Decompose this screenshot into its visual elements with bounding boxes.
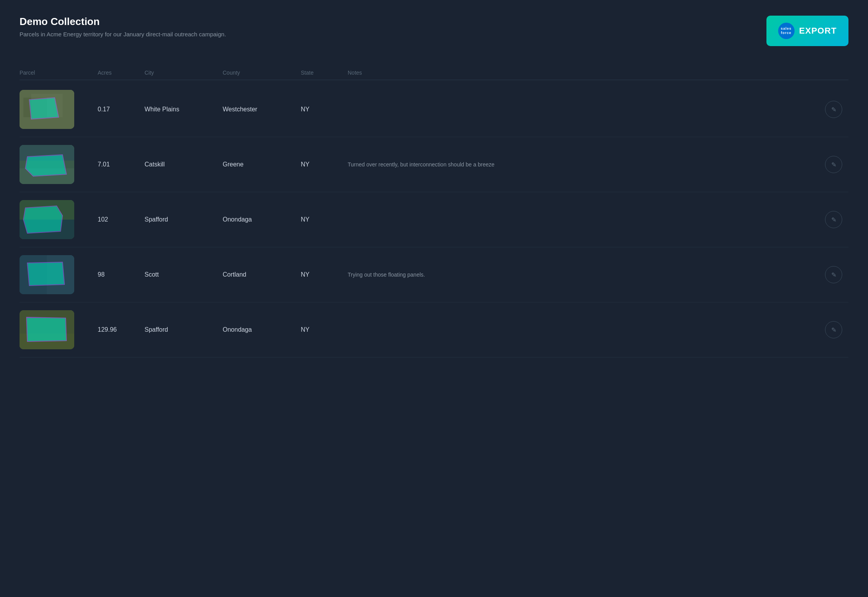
parcel-map-svg [20,145,74,184]
edit-button[interactable]: ✎ [825,211,842,228]
svg-marker-15 [27,262,64,286]
edit-button[interactable]: ✎ [825,156,842,173]
cell-state: NY [301,326,348,333]
table-row: 98 Scott Cortland NY Trying out those fl… [20,247,848,302]
export-button-label: EXPORT [799,26,837,36]
col-header-notes: Notes [348,70,825,76]
cell-acres: 0.17 [98,106,145,113]
parcel-thumbnail [20,145,74,184]
cell-county: Cortland [223,271,301,278]
col-header-county: County [223,70,301,76]
edit-icon: ✎ [831,271,836,279]
parcel-thumbnail [20,200,74,239]
edit-button[interactable]: ✎ [825,101,842,118]
edit-icon: ✎ [831,106,836,113]
cell-acres: 98 [98,271,145,278]
header-text: Demo Collection Parcels in Acme Energy t… [20,16,226,38]
svg-marker-19 [27,317,66,341]
cell-notes: Turned over recently, but interconnectio… [348,161,825,168]
edit-button[interactable]: ✎ [825,266,842,283]
cell-state: NY [301,271,348,278]
cell-acres: 129.96 [98,326,145,333]
col-header-city: City [145,70,223,76]
page-title: Demo Collection [20,16,226,28]
parcel-thumbnail [20,90,74,129]
table-row: 102 Spafford Onondaga NY ✎ [20,192,848,247]
cell-city: Catskill [145,161,223,168]
svg-marker-11 [23,206,63,233]
parcels-table: Parcel Acres City County State Notes 0.1… [20,66,848,357]
parcel-map-svg [20,310,74,349]
svg-marker-7 [25,155,66,176]
parcel-map-svg [20,255,74,294]
col-header-state: State [301,70,348,76]
cell-state: NY [301,161,348,168]
svg-marker-3 [29,98,59,119]
cell-county: Onondaga [223,326,301,333]
export-button[interactable]: salesforce EXPORT [766,16,848,46]
salesforce-logo: salesforce [778,23,795,39]
page-header: Demo Collection Parcels in Acme Energy t… [20,16,848,46]
cell-city: Spafford [145,326,223,333]
cell-county: Westchester [223,106,301,113]
cell-county: Greene [223,161,301,168]
edit-icon: ✎ [831,161,836,168]
page-subtitle: Parcels in Acme Energy territory for our… [20,31,226,38]
edit-button[interactable]: ✎ [825,321,842,338]
edit-icon: ✎ [831,326,836,334]
parcel-map-svg [20,200,74,239]
cell-state: NY [301,106,348,113]
col-header-acres: Acres [98,70,145,76]
cell-notes: Trying out those floating panels. [348,272,825,278]
parcel-thumbnail [20,310,74,349]
table-row: 0.17 White Plains Westchester NY ✎ [20,82,848,137]
edit-icon: ✎ [831,216,836,223]
col-header-parcel: Parcel [20,70,98,76]
cell-city: Spafford [145,216,223,223]
parcel-map-svg [20,90,74,129]
table-row: 129.96 Spafford Onondaga NY ✎ [20,302,848,357]
col-header-actions [825,70,848,76]
cell-county: Onondaga [223,216,301,223]
cell-acres: 7.01 [98,161,145,168]
cell-city: White Plains [145,106,223,113]
parcel-thumbnail [20,255,74,294]
table-row: 7.01 Catskill Greene NY Turned over rece… [20,137,848,192]
table-header: Parcel Acres City County State Notes [20,66,848,80]
cell-acres: 102 [98,216,145,223]
cell-city: Scott [145,271,223,278]
cell-state: NY [301,216,348,223]
